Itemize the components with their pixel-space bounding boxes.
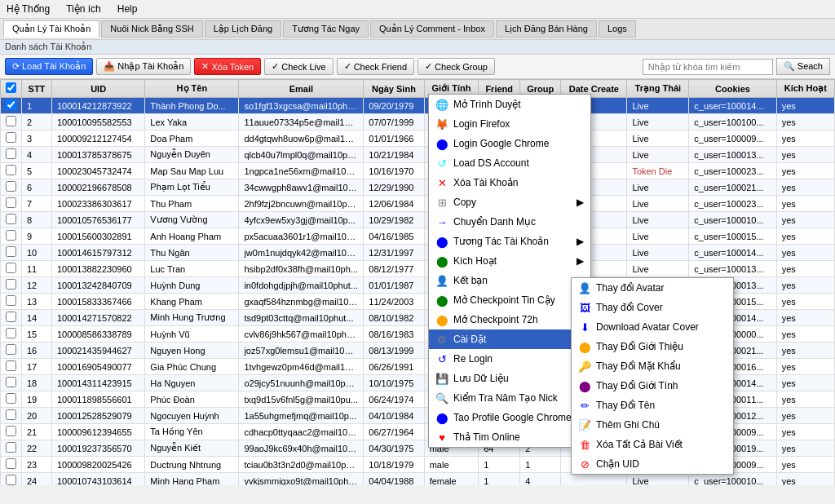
row-checkbox[interactable] <box>6 312 16 322</box>
submenu-item-thay-đổi-avatar[interactable]: 👤 Thay đổi Avatar <box>572 278 733 298</box>
context-menu-item-re-login[interactable]: ↺ Re Login <box>429 349 590 369</box>
cell-cookies: c_user=100100... <box>689 114 776 130</box>
context-menu-item-tương-tác-tài-khoản[interactable]: ⬤ Tương Tác Tài Khoản ▶ <box>429 232 590 251</box>
check-live-button[interactable]: ✓ Check Live <box>264 58 333 75</box>
submenu-item-thay-đổi-giới-thiệu[interactable]: ⬤ Thay Đổi Giới Thiệu <box>572 337 733 356</box>
tab-lịch-đăng-bán-hàng[interactable]: Lịch Đăng Bán Hàng <box>496 20 597 38</box>
menu-item-system[interactable]: Hệ Thống <box>3 2 53 16</box>
context-menu-item-kiểm-tra-năm-tạo-nick[interactable]: 🔍 Kiểm Tra Năm Tạo Nick <box>429 388 590 408</box>
table-row[interactable]: 5100023045732474Map Sau Map Luu1ngpca1ne… <box>1 163 835 179</box>
table-row[interactable]: 10100014615797312Thu Ngânjw0m1nujdqyk42@… <box>1 245 835 261</box>
row-checkbox[interactable] <box>6 475 16 485</box>
row-checkbox[interactable] <box>6 409 16 420</box>
cell-email: 1tvhgewz0pm46d@mail10p... <box>239 359 364 375</box>
row-checkbox[interactable] <box>6 360 16 371</box>
submenu-item-download-avatar-cover[interactable]: ⬇ Download Avatar Cover <box>572 317 733 337</box>
search-button[interactable]: 🔍 Seach <box>776 58 830 75</box>
row-checkbox[interactable] <box>6 214 16 224</box>
row-checkbox[interactable] <box>6 99 16 110</box>
row-checkbox[interactable] <box>6 393 16 404</box>
menu-item-help[interactable]: Help <box>114 2 141 16</box>
table-row[interactable]: 8100010576536177Vương Vường4yfcx9ew5xy3g… <box>1 212 835 228</box>
tab-nuôi-nick-bằng-ssh[interactable]: Nuôi Nick Bằng SSH <box>101 20 202 38</box>
row-checkbox[interactable] <box>6 197 16 208</box>
row-checkbox[interactable] <box>6 263 16 273</box>
context-menu-item-chuyển-danh-mục[interactable]: → Chuyển Danh Mục <box>429 212 590 232</box>
submenu-item-icon: 🖼 <box>578 301 591 314</box>
cell-kích-hoạt: yes <box>776 326 834 343</box>
tab-tương-tác-ngay[interactable]: Tương Tác Ngay <box>283 20 369 38</box>
cell-kích-hoạt: yes <box>776 375 834 391</box>
row-checkbox[interactable] <box>6 458 16 469</box>
submenu-item-chặn-uid[interactable]: ⊘ Chặn UID <box>572 454 733 474</box>
row-checkbox[interactable] <box>6 148 16 159</box>
row-checkbox[interactable] <box>6 165 16 175</box>
cell-stt: 2 <box>22 114 52 130</box>
tab-lập-lịch-đăng[interactable]: Lập Lịch Đăng <box>205 20 281 38</box>
context-menu-item-kết-bạn[interactable]: 👤 Kết bạn ▶ <box>429 271 590 290</box>
context-menu-item-mở-checkpoint-72h[interactable]: ⬤ Mở Checkpoint 72h <box>429 310 590 329</box>
check-friend-button[interactable]: ✓ Check Friend <box>337 58 414 75</box>
menu-item-utilities[interactable]: Tiện ích <box>63 2 104 16</box>
table-row[interactable]: 11100013882230960Luc Tranhsibp2df0x38fh@… <box>1 261 835 277</box>
cell-cookies: c_user=100010... <box>689 212 776 228</box>
row-checkbox[interactable] <box>6 295 16 306</box>
row-checkbox[interactable] <box>6 279 16 290</box>
context-menu-item-load-ds-account[interactable]: ↺ Load DS Account <box>429 153 590 173</box>
row-checkbox[interactable] <box>6 116 16 126</box>
cell-stt: 18 <box>22 375 52 391</box>
tab-logs[interactable]: Logs <box>599 20 636 38</box>
context-menu-item-thả-tim-online[interactable]: ♥ Thả Tim Online <box>429 427 590 447</box>
search-input[interactable] <box>643 59 773 75</box>
table-row[interactable]: 4100013785378675Nguyễn Duyênqlcb40u7lmpl… <box>1 147 835 163</box>
context-menu-item-login-firefox[interactable]: 🦊 Login Firefox <box>429 114 590 134</box>
submenu-item-thay-đổi-cover[interactable]: 🖼 Thay đổi Cover <box>572 298 733 317</box>
row-checkbox[interactable] <box>6 344 16 355</box>
import-account-button[interactable]: 📥 Nhập Tài Khoản <box>96 58 191 75</box>
context-menu-item-lưu-dữ-liệu[interactable]: 💾 Lưu Dữ Liệu ▶ <box>429 369 590 388</box>
table-row[interactable]: 6100002196678508Phạm Lọt Tiểu34cwwgph8aw… <box>1 179 835 196</box>
submenu-item-thay-đổi-mặt-khẩu[interactable]: 🔑 Thay Đổi Mặt Khẩu <box>572 356 733 376</box>
submenu-item-xóa-tất-cả-bài-viết[interactable]: 🗑 Xóa Tất Cả Bài Viết <box>572 435 733 454</box>
context-menu-item-cài-đặt[interactable]: ⚙ Cài Đặt ▶ <box>429 329 590 349</box>
tab-quản-lý-tài-khoản[interactable]: Quản Lý Tài Khoản <box>3 20 99 38</box>
submenu-item-thêm-ghi-chú[interactable]: 📝 Thêm Ghi Chú <box>572 415 733 435</box>
cell-cookies: c_user=100015... <box>689 228 776 245</box>
row-checkbox[interactable] <box>6 442 16 453</box>
cell-trạng-thái: Live <box>627 130 689 147</box>
cell-email: gxaqf584hznmbg@mail10ph... <box>239 294 364 310</box>
context-menu-item-mở-trình-duyệt[interactable]: 🌐 Mở Trình Duyệt <box>429 95 590 114</box>
table-row[interactable]: 3100009212127454Doa Phamdd4gtqwh8uow6p@m… <box>1 130 835 147</box>
cell-uid: 100014271570822 <box>51 310 144 326</box>
select-all-checkbox[interactable] <box>6 82 16 93</box>
cell-uid: 100009612394655 <box>51 424 144 440</box>
cell-stt: 20 <box>22 408 52 424</box>
table-row[interactable]: 1100014212873922Thành Phong Do...so1fgf1… <box>1 98 835 114</box>
table-row[interactable]: 2100010095582553Lex Yaka11auue07334p5e@m… <box>1 114 835 130</box>
delete-token-button[interactable]: ✕ Xóa Token <box>194 58 261 75</box>
table-row[interactable]: 7100023386303617Thu Pham2hf9fzj2bncuwn@m… <box>1 196 835 212</box>
submenu-item-thay-đổi-giới-tính[interactable]: ⬤ Thay Đổi Giới Tính <box>572 376 733 396</box>
context-menu-item-xóa-tài-khoản[interactable]: ✕ Xóa Tài Khoản <box>429 173 590 192</box>
table-row[interactable]: 9100015600302891Anh Hoang Phampx5acuaa36… <box>1 228 835 245</box>
row-checkbox[interactable] <box>6 377 16 387</box>
row-checkbox[interactable] <box>6 230 16 241</box>
context-menu-item-mở-checkpoint-tin-cậy[interactable]: ⬤ Mở Checkpoint Tin Cậy <box>429 290 590 310</box>
context-menu-item-copy[interactable]: ⊞ Copy ▶ <box>429 192 590 212</box>
row-checkbox[interactable] <box>6 132 16 143</box>
row-checkbox[interactable] <box>6 426 16 436</box>
cell-kích-hoạt: yes <box>776 147 834 163</box>
cell-ngày-sinh: 01/01/1966 <box>364 130 424 147</box>
context-item-label: Login Google Chrome <box>453 138 549 149</box>
tab-quản-lý-comment---inbox[interactable]: Quản Lý Comment - Inbox <box>370 20 494 38</box>
row-checkbox[interactable] <box>6 246 16 257</box>
row-checkbox[interactable] <box>6 181 16 192</box>
context-menu-item-login-google-chrome[interactable]: ⬤ Login Google Chrome <box>429 134 590 153</box>
submenu-item-icon: ⬤ <box>578 340 591 353</box>
context-menu-item-tao-profile-google-chrome[interactable]: ⬤ Tao Profile Google Chrome <box>429 408 590 427</box>
submenu-item-thay-đổi-tên[interactable]: ✏ Thay Đổi Tên <box>572 396 733 415</box>
context-menu-item-kích-hoạt[interactable]: ⬤ Kích Hoạt ▶ <box>429 251 590 271</box>
row-checkbox[interactable] <box>6 328 16 338</box>
load-account-button[interactable]: ⟳ Load Tài Khoản <box>5 58 93 75</box>
check-group-button[interactable]: ✓ Check Group <box>418 58 495 75</box>
